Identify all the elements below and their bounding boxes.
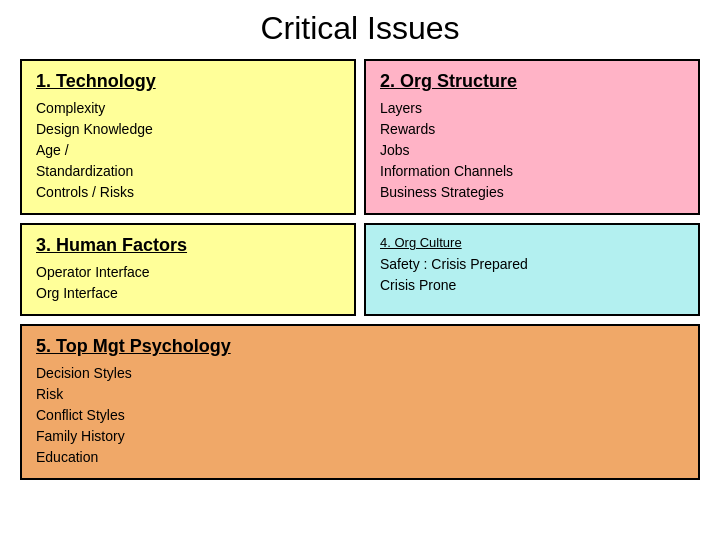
card-top-mgt: 5. Top Mgt Psychology Decision Styles Ri… <box>20 324 700 480</box>
card-technology-title: 1. Technology <box>36 71 340 92</box>
card-technology-item-4: Controls / Risks <box>36 182 340 203</box>
card-top-mgt-item-1: Risk <box>36 384 684 405</box>
card-top-mgt-title: 5. Top Mgt Psychology <box>36 336 684 357</box>
card-technology-item-2: Age / <box>36 140 340 161</box>
page-title: Critical Issues <box>260 10 459 47</box>
card-technology-item-1: Design Knowledge <box>36 119 340 140</box>
card-human-factors: 3. Human Factors Operator Interface Org … <box>20 223 356 316</box>
card-human-factors-item-0: Operator Interface <box>36 262 340 283</box>
card-org-culture-item-0: Safety : Crisis Prepared <box>380 254 684 275</box>
card-technology: 1. Technology Complexity Design Knowledg… <box>20 59 356 215</box>
card-org-structure-item-2: Jobs <box>380 140 684 161</box>
card-technology-item-0: Complexity <box>36 98 340 119</box>
card-top-mgt-item-0: Decision Styles <box>36 363 684 384</box>
card-top-mgt-item-3: Family History <box>36 426 684 447</box>
card-top-mgt-item-4: Education <box>36 447 684 468</box>
card-human-factors-title: 3. Human Factors <box>36 235 340 256</box>
card-org-culture: 4. Org Culture Safety : Crisis Prepared … <box>364 223 700 316</box>
card-org-structure-title: 2. Org Structure <box>380 71 684 92</box>
card-org-culture-label: 4. Org Culture <box>380 235 684 250</box>
card-top-mgt-item-2: Conflict Styles <box>36 405 684 426</box>
card-org-structure-item-1: Rewards <box>380 119 684 140</box>
card-org-structure-item-3: Information Channels <box>380 161 684 182</box>
card-org-structure-item-4: Business Strategies <box>380 182 684 203</box>
card-org-culture-item-1: Crisis Prone <box>380 275 684 296</box>
card-org-structure-item-0: Layers <box>380 98 684 119</box>
card-org-structure: 2. Org Structure Layers Rewards Jobs Inf… <box>364 59 700 215</box>
card-human-factors-item-1: Org Interface <box>36 283 340 304</box>
card-technology-item-3: Standardization <box>36 161 340 182</box>
